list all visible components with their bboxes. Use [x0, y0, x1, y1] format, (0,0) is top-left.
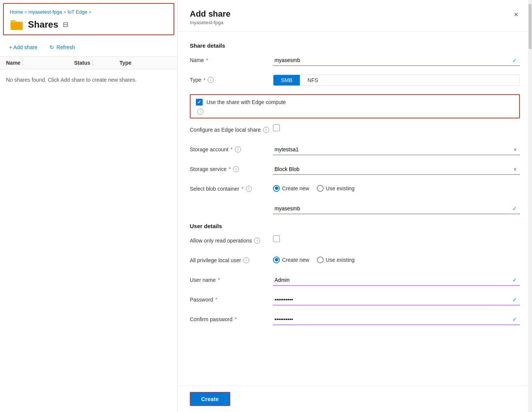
edge-compute-info-icon[interactable]: i [197, 109, 203, 115]
edge-compute-checkbox[interactable]: ✓ [196, 99, 203, 106]
name-label: Name * [190, 55, 273, 63]
page-title: Shares [28, 19, 58, 30]
scroll-thumb[interactable] [529, 4, 532, 49]
blob-use-existing-option[interactable]: Use existing [317, 185, 355, 192]
blob-container-control: Create new Use existing [273, 183, 520, 192]
type-control: SMB NFS [273, 75, 520, 86]
edge-compute-box: ✓ Use the share with Edge compute i [190, 94, 520, 118]
local-user-info-icon[interactable]: i [243, 257, 249, 263]
drawer-title: Add share [190, 9, 231, 19]
confirm-password-input[interactable] [273, 314, 520, 325]
confirm-password-input-wrapper: ✓ [273, 314, 520, 325]
username-label: User name * [190, 275, 273, 283]
scrollbar[interactable] [528, 0, 532, 412]
breadcrumb-section[interactable]: IoT Edge [67, 9, 87, 15]
name-control: ✓ [273, 55, 520, 66]
blob-container-required: * [242, 186, 244, 191]
drawer-subtitle: myasetest-fpga [190, 20, 231, 25]
breadcrumb-device[interactable]: myasetest-fpga [28, 9, 62, 15]
drawer-body: Share details Name * ✓ Type * [178, 32, 532, 386]
edge-local-info-icon[interactable]: i [263, 127, 269, 133]
username-input[interactable] [273, 275, 520, 286]
blob-use-existing-label: Use existing [326, 185, 355, 191]
close-button[interactable]: × [512, 9, 520, 20]
name-sort-icon[interactable]: ↑↓ [22, 60, 23, 66]
blob-container-value-control: ✓ [273, 203, 520, 214]
user-create-new-radio-inner [275, 258, 278, 261]
username-row: User name * ✓ [190, 275, 520, 288]
user-create-new-option[interactable]: Create new [273, 257, 309, 263]
local-user-row: All privilege local user i Create new [190, 255, 520, 269]
password-input[interactable] [273, 294, 520, 305]
read-ops-label: Allow only read operations i [190, 235, 273, 244]
storage-service-dropdown-wrapper: Block Blob ∨ [273, 164, 520, 175]
storage-service-select[interactable]: Block Blob [273, 164, 520, 175]
storage-account-dropdown-wrapper: mytestsa1 ∨ [273, 144, 520, 155]
breadcrumb-home[interactable]: Home [10, 9, 23, 15]
refresh-button[interactable]: ↻ Refresh [47, 43, 78, 52]
local-user-radio-group: Create new Use existing [273, 255, 520, 263]
name-input-wrapper: ✓ [273, 55, 520, 66]
confirm-password-label: Confirm password * [190, 314, 273, 322]
edge-compute-label: Use the share with Edge compute [206, 99, 286, 105]
create-button[interactable]: Create [190, 392, 230, 406]
print-icon[interactable]: ⊟ [63, 20, 68, 29]
share-details-title: Share details [190, 42, 520, 49]
col-name-header: Name ↑↓ [6, 60, 74, 66]
name-input[interactable] [273, 55, 520, 66]
breadcrumb-sep2: > [64, 10, 66, 14]
user-use-existing-option[interactable]: Use existing [317, 257, 355, 263]
read-ops-control [273, 235, 520, 242]
edge-local-checkbox[interactable] [273, 124, 280, 131]
add-share-button[interactable]: + Add share [6, 43, 40, 52]
drawer-header-text: Add share myasetest-fpga [190, 9, 231, 25]
col-type-header: Type [119, 60, 132, 66]
type-smb-button[interactable]: SMB [273, 75, 300, 86]
drawer-footer: Create [178, 386, 532, 412]
password-label: Password * [190, 294, 273, 303]
read-ops-row: Allow only read operations i [190, 235, 520, 249]
status-sort-icon[interactable]: ↑↓ [92, 60, 93, 66]
user-details-title: User details [190, 223, 520, 229]
username-input-wrapper: ✓ [273, 275, 520, 286]
storage-account-control: mytestsa1 ∨ [273, 144, 520, 155]
type-label: Type * i [190, 75, 273, 83]
storage-service-info-icon[interactable]: i [233, 166, 239, 172]
blob-use-existing-radio[interactable] [317, 185, 324, 192]
confirm-password-check-icon: ✓ [512, 316, 517, 322]
blob-container-radio-group: Create new Use existing [273, 183, 520, 192]
storage-account-required: * [231, 146, 233, 152]
type-toggle-group: SMB NFS [273, 75, 520, 86]
password-input-wrapper: ✓ [273, 294, 520, 305]
type-row: Type * i SMB NFS [190, 75, 520, 88]
storage-service-row: Storage service * i Block Blob ∨ [190, 164, 520, 177]
col-type-label: Type [119, 60, 132, 66]
storage-account-row: Storage account * i mytestsa1 ∨ [190, 144, 520, 158]
add-share-drawer: Add share myasetest-fpga × Share details… [178, 0, 532, 412]
blob-container-value-input[interactable] [273, 203, 520, 214]
blob-container-value-row: ✓ [190, 203, 520, 217]
read-ops-checkbox[interactable] [273, 235, 280, 242]
edge-local-label: Configure as Edge local share i [190, 124, 273, 133]
user-create-new-label: Create new [282, 257, 309, 263]
blob-create-new-radio[interactable] [273, 185, 280, 192]
blob-create-new-radio-inner [275, 187, 278, 190]
refresh-icon: ↻ [50, 44, 54, 50]
user-create-new-radio[interactable] [273, 257, 280, 263]
storage-account-select[interactable]: mytestsa1 [273, 144, 520, 155]
read-ops-info-icon[interactable]: i [254, 238, 260, 244]
user-use-existing-radio[interactable] [317, 257, 324, 263]
blob-container-check-icon: ✓ [512, 205, 517, 211]
confirm-password-control: ✓ [273, 314, 520, 325]
blob-container-info-icon[interactable]: i [246, 186, 252, 192]
storage-account-info-icon[interactable]: i [235, 146, 241, 152]
type-nfs-button[interactable]: NFS [300, 75, 326, 86]
confirm-password-row: Confirm password * ✓ [190, 314, 520, 328]
col-name-label: Name [6, 60, 20, 66]
user-use-existing-label: Use existing [326, 257, 355, 263]
blob-create-new-option[interactable]: Create new [273, 185, 309, 192]
edge-compute-row: ✓ Use the share with Edge compute [196, 99, 514, 106]
breadcrumb-highlighted-box: Home > myasetest-fpga > IoT Edge > Share… [3, 3, 174, 35]
username-check-icon: ✓ [512, 277, 517, 283]
type-info-icon[interactable]: i [208, 77, 214, 83]
